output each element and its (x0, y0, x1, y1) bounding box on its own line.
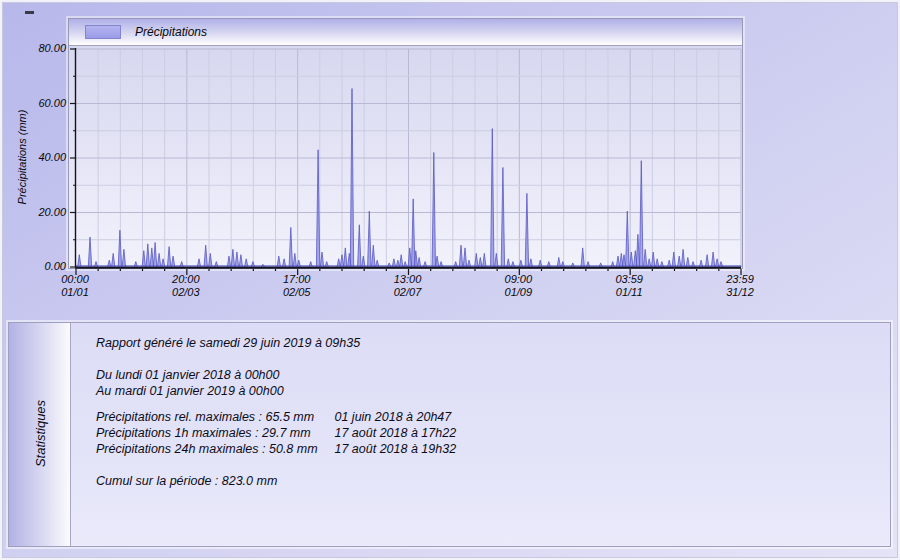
window-edge-artifact (25, 11, 34, 14)
stat-date: 01 juin 2018 à 20h47 (334, 409, 451, 425)
x-tick-label: 20:0002/03 (150, 273, 222, 299)
stat-row-max-24h: Précipitations 24h maximales : 50.8 mm 1… (96, 441, 456, 457)
precipitation-chart-panel: Précipitations (68, 18, 743, 269)
precipitation-series-swatch-icon (85, 25, 121, 39)
x-tick-label: 23:5931/12 (704, 273, 776, 299)
legend-label: Précipitations (135, 25, 207, 39)
stat-date: 17 août 2018 à 19h32 (334, 441, 456, 457)
x-tick-label: 17:0002/05 (261, 273, 333, 299)
y-tick-label: 0.00 (14, 260, 66, 272)
statistics-sidebar-label: Statistiques (33, 369, 48, 499)
stat-label: Précipitations rel. maximales : 65.5 mm (96, 409, 331, 425)
x-tick-label: 13:0002/07 (372, 273, 444, 299)
statistics-sidebar: Statistiques (9, 323, 71, 546)
report-generated-line: Rapport généré le samedi 29 juin 2019 à … (96, 335, 360, 351)
precipitation-plot (61, 41, 751, 293)
period-from-line: Du lundi 01 janvier 2018 à 00h00 (96, 367, 279, 383)
stat-date: 17 août 2018 à 17h22 (334, 425, 456, 441)
y-axis-title: Précipitations (mm) (16, 92, 28, 222)
y-tick-label: 80.00 (14, 42, 66, 54)
x-tick-label: 03:5901/11 (593, 273, 665, 299)
stat-row-max-rel: Précipitations rel. maximales : 65.5 mm … (96, 409, 451, 425)
statistics-panel: Statistiques Rapport généré le samedi 29… (8, 322, 891, 547)
report-window: { "chart": { "legend": { "label": "Préci… (0, 0, 900, 560)
period-to-line: Au mardi 01 janvier 2019 à 00h00 (96, 383, 284, 399)
x-tick-label: 09:0001/09 (482, 273, 554, 299)
x-tick-label: 00:0001/01 (39, 273, 111, 299)
cumul-line: Cumul sur la période : 823.0 mm (96, 473, 277, 489)
stat-row-max-1h: Précipitations 1h maximales : 29.7 mm 17… (96, 425, 456, 441)
stat-label: Précipitations 24h maximales : 50.8 mm (96, 441, 331, 457)
stat-label: Précipitations 1h maximales : 29.7 mm (96, 425, 331, 441)
